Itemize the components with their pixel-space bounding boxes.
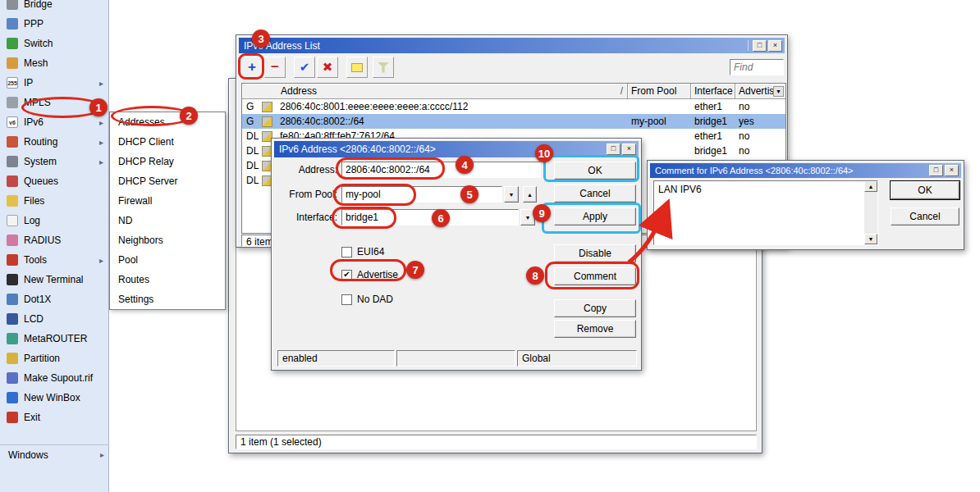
submenu-item-routes[interactable]: Routes xyxy=(110,270,225,289)
from-pool-dropdown-button[interactable]: ▼ xyxy=(504,186,519,203)
sidebar-item-make-supout[interactable]: Make Supout.rif xyxy=(0,368,108,388)
scroll-up-button[interactable]: ▲ xyxy=(864,181,877,192)
system-icon xyxy=(7,156,18,167)
sidebar-item-tools[interactable]: Tools▸ xyxy=(0,250,108,270)
column-header-address[interactable]: Address / xyxy=(242,84,628,99)
partition-icon xyxy=(7,353,18,364)
sidebar-item-label: Routing xyxy=(24,136,94,148)
comment-ok-button[interactable]: OK xyxy=(891,181,959,199)
column-filter-dropdown[interactable]: ▼ xyxy=(773,86,784,97)
submenu-item-dhcp-relay[interactable]: DHCP Relay xyxy=(110,152,225,171)
eui64-checkbox[interactable]: EUI64 xyxy=(341,246,384,257)
sidebar-item-windows[interactable]: Windows ▸ xyxy=(0,444,109,464)
close-button[interactable]: × xyxy=(768,40,782,52)
row-interface: ether1 xyxy=(691,130,735,142)
row-flags: DL xyxy=(242,130,262,142)
sidebar-item-label: Switch xyxy=(24,38,103,49)
routing-icon xyxy=(7,136,18,148)
sidebar-item-log[interactable]: Log xyxy=(0,211,108,230)
scroll-down-button[interactable]: ▼ xyxy=(864,234,877,244)
sidebar-item-dot1x[interactable]: Dot1X xyxy=(0,289,108,309)
submenu-item-neighbors[interactable]: Neighbors xyxy=(110,230,225,250)
sidebar-item-radius[interactable]: RADIUS xyxy=(0,230,108,250)
submenu-arrow-icon: ▸ xyxy=(99,256,103,265)
submenu-item-pool[interactable]: Pool xyxy=(110,250,225,270)
submenu-item-firewall[interactable]: Firewall xyxy=(110,191,225,211)
copy-button[interactable]: Copy xyxy=(554,299,636,317)
sidebar-item-mesh[interactable]: Mesh xyxy=(0,53,108,73)
maximize-button[interactable]: □ xyxy=(929,165,943,176)
table-header: Address / From Pool Interface Advertise … xyxy=(242,84,785,99)
sidebar-item-label: IP xyxy=(24,77,94,89)
column-header-interface[interactable]: Interface xyxy=(691,84,735,99)
annotation-step-badge: 3 xyxy=(252,30,270,48)
annotation-arrow xyxy=(617,195,687,273)
maximize-button[interactable]: □ xyxy=(607,144,621,155)
sidebar-item-partition[interactable]: Partition xyxy=(0,348,108,368)
sidebar-item-label: System xyxy=(24,156,94,167)
note-icon xyxy=(351,63,363,72)
annotation-step-badge: 8 xyxy=(526,266,544,285)
sidebar-item-files[interactable]: Files xyxy=(0,191,108,211)
sidebar-item-metarouter[interactable]: MetaROUTER xyxy=(0,329,108,348)
remove-button[interactable]: Remove xyxy=(554,320,636,338)
column-header-from-pool[interactable]: From Pool xyxy=(628,84,691,99)
switch-icon xyxy=(7,38,18,49)
submenu-item-settings[interactable]: Settings xyxy=(110,289,225,309)
sidebar-item-label: Files xyxy=(24,195,103,207)
comment-toolbar-button[interactable] xyxy=(346,57,368,78)
item-count-status: 1 item (1 selected) xyxy=(240,436,322,448)
sidebar-item-label: New Terminal xyxy=(24,274,103,285)
terminal-icon xyxy=(7,274,18,285)
row-flags: G xyxy=(242,101,262,112)
table-row[interactable]: G 2806:40c:8001:eeee:eeee:eeee:a:cccc/11… xyxy=(242,99,785,114)
cross-icon: ✖ xyxy=(323,60,333,75)
comment-titlebar[interactable]: Comment for IPv6 Address <2806:40c:8002:… xyxy=(650,163,961,178)
filter-button[interactable] xyxy=(373,57,394,78)
comment-scrollbar[interactable]: ▲ ▼ xyxy=(864,181,877,244)
submenu-item-dhcp-server[interactable]: DHCP Server xyxy=(110,171,225,191)
sidebar-item-exit[interactable]: Exit xyxy=(0,408,108,427)
row-flags: G xyxy=(242,116,262,127)
comment-title: Comment for IPv6 Address <2806:40c:8002:… xyxy=(655,166,927,175)
from-pool-up-button[interactable]: ▲ xyxy=(523,186,537,203)
row-interface: ether1 xyxy=(691,101,735,112)
background-window-statusbar: 1 item (1 selected) xyxy=(236,435,757,449)
comment-dialog: Comment for IPv6 Address <2806:40c:8002:… xyxy=(647,160,964,250)
close-button[interactable]: × xyxy=(945,165,959,176)
comment-cancel-button[interactable]: Cancel xyxy=(891,207,959,226)
window-titlebar[interactable]: IPv6 Address List □ × xyxy=(239,38,785,53)
sidebar-item-ip[interactable]: 255IP▸ xyxy=(0,73,108,93)
sidebar-item-bridge[interactable]: Bridge xyxy=(0,0,108,14)
submenu-item-dhcp-client[interactable]: DHCP Client xyxy=(110,132,225,152)
close-button[interactable]: × xyxy=(622,144,636,155)
sidebar-item-routing[interactable]: Routing▸ xyxy=(0,132,108,152)
disable-button[interactable]: ✖ xyxy=(317,57,338,78)
annotation-step-badge: 9 xyxy=(533,204,551,222)
annotation-rect-advertise-checkbox xyxy=(330,259,406,281)
sidebar-item-ppp[interactable]: PPP xyxy=(0,14,108,34)
sort-indicator: / xyxy=(621,85,623,97)
sidebar-item-lcd[interactable]: LCD xyxy=(0,309,108,329)
funnel-icon xyxy=(378,62,389,73)
radius-icon xyxy=(7,235,18,246)
table-row-selected[interactable]: G 2806:40c:8002::/64 my-pool bridge1 yes xyxy=(242,114,785,129)
sidebar-item-new-terminal[interactable]: New Terminal xyxy=(0,270,108,289)
sidebar-item-label: RADIUS xyxy=(24,235,103,246)
sidebar-item-system[interactable]: System▸ xyxy=(0,152,108,171)
sidebar-item-new-winbox[interactable]: New WinBox xyxy=(0,388,108,408)
find-input[interactable] xyxy=(730,59,784,75)
sidebar-item-switch[interactable]: Switch xyxy=(0,34,108,53)
column-label: Interface xyxy=(694,85,733,97)
column-header-advertise[interactable]: Advertise ▼ xyxy=(735,84,785,99)
maximize-button[interactable]: □ xyxy=(753,40,767,52)
sidebar-item-label: Partition xyxy=(24,353,103,364)
ipv6-submenu: Addresses DHCP Client DHCP Relay DHCP Se… xyxy=(109,112,226,310)
submenu-arrow-icon: ▸ xyxy=(99,157,103,166)
submenu-item-nd[interactable]: ND xyxy=(110,211,225,230)
remove-button[interactable]: − xyxy=(264,57,286,78)
no-dad-checkbox[interactable]: No DAD xyxy=(341,294,393,305)
submenu-arrow-icon: ▸ xyxy=(99,79,103,88)
enable-button[interactable]: ✔ xyxy=(294,57,315,78)
sidebar-item-queues[interactable]: Queues xyxy=(0,171,108,191)
